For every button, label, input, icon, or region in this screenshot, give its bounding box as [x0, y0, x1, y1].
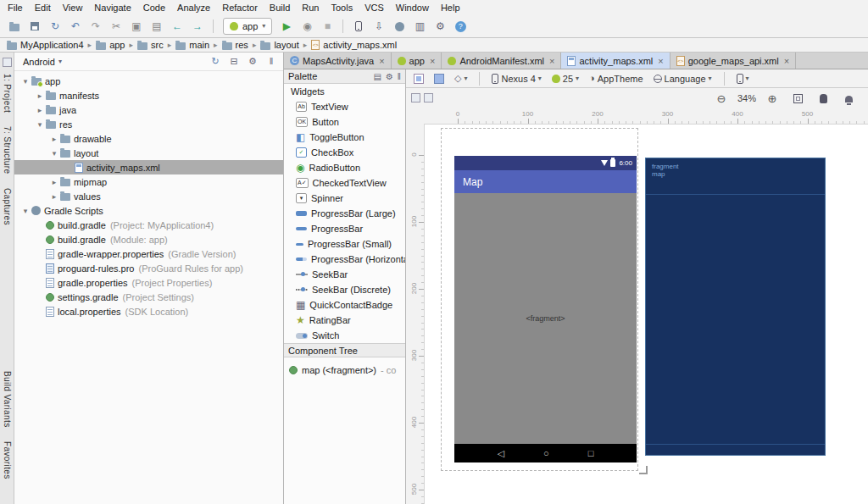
editor-tab[interactable]: MapsActivity.java× [284, 53, 392, 69]
run-config-selector[interactable]: app▾ [223, 18, 272, 35]
close-icon[interactable]: × [658, 56, 663, 66]
sdk-manager-button[interactable]: ⇩ [370, 17, 388, 36]
expand-arrow-icon[interactable]: ▾ [19, 207, 31, 215]
editor-tab[interactable]: activity_maps.xml× [561, 53, 670, 69]
menu-help[interactable]: Help [435, 1, 466, 14]
collapse-all-button[interactable]: ⊟ [227, 55, 241, 69]
palette-item[interactable]: ProgressBar (Small) [284, 236, 405, 252]
component-tree-item[interactable]: map (<fragment>)- co [284, 363, 405, 378]
palette-item[interactable]: ◧ToggleButton [284, 130, 405, 145]
hide-panel-button[interactable]: ‖ [398, 71, 401, 81]
blueprint-mode-button[interactable] [431, 72, 447, 86]
expand-arrow-icon[interactable]: ▾ [48, 149, 60, 158]
editor-tab[interactable]: app× [392, 53, 442, 69]
surface-toggle-button[interactable] [411, 93, 420, 104]
grid-view-button[interactable]: ▤ [373, 71, 381, 81]
project-view-selector[interactable]: Android ▾ [19, 55, 65, 69]
blueprint-preview[interactable]: fragment map [645, 158, 826, 456]
palette-item[interactable]: ProgressBar (Horizontal) [284, 252, 405, 267]
close-icon[interactable]: × [784, 56, 789, 66]
menu-run[interactable]: Run [296, 1, 325, 14]
tree-item[interactable]: build.gradle(Project: MyApplication4) [14, 218, 283, 232]
tree-item[interactable]: ▾layout [14, 146, 283, 160]
editor-tab[interactable]: google_maps_api.xml× [670, 53, 796, 69]
help-button[interactable] [451, 17, 470, 36]
back-arrow-button[interactable]: ← [168, 17, 186, 36]
pan-tool-button[interactable] [814, 89, 832, 108]
gradle-sync-button[interactable] [390, 17, 409, 36]
tree-item[interactable]: ▾app [14, 74, 283, 88]
tree-item[interactable]: local.properties(SDK Location) [14, 304, 283, 318]
tool-window-button[interactable]: Captures [3, 188, 12, 225]
surface-toggle-button[interactable] [424, 93, 433, 104]
palette-item[interactable]: OKButton [284, 114, 405, 130]
menu-edit[interactable]: Edit [29, 1, 57, 14]
tree-item[interactable]: ▸drawable [14, 131, 283, 146]
sync-button[interactable]: ↻ [209, 55, 222, 69]
expand-arrow-icon[interactable]: ▸ [48, 192, 60, 201]
close-icon[interactable]: × [430, 56, 435, 66]
undo-button[interactable]: ↶ [66, 17, 85, 36]
tree-item[interactable]: build.gradle(Module: app) [14, 232, 283, 246]
palette-item[interactable]: SeekBar (Discrete) [284, 282, 405, 297]
hide-panel-button[interactable]: ‖ [264, 55, 278, 69]
tool-window-button[interactable]: Favorites [3, 441, 12, 479]
resize-handle[interactable] [639, 466, 648, 474]
palette-item[interactable]: ProgressBar (Large) [284, 206, 405, 221]
tree-item[interactable]: ▸manifests [14, 88, 283, 102]
palette-item[interactable]: AbTextView [284, 99, 405, 114]
menu-view[interactable]: View [57, 1, 89, 14]
expand-arrow-icon[interactable]: ▸ [34, 106, 46, 114]
palette-item[interactable]: Switch [284, 328, 405, 343]
paste-button[interactable]: ▤ [147, 17, 166, 36]
tree-item[interactable]: ▾res [14, 117, 283, 131]
settings-button[interactable]: ⚙ [431, 17, 449, 36]
palette-item[interactable]: A✓CheckedTextView [284, 175, 405, 191]
palette-item[interactable]: ProgressBar [284, 221, 405, 236]
tree-item[interactable]: ▸values [14, 189, 283, 203]
orientation-selector-button[interactable]: ▾ [734, 72, 752, 86]
design-mode-button[interactable] [411, 72, 426, 86]
api-selector-button[interactable]: 25▾ [549, 72, 581, 86]
breadcrumb-item[interactable]: src [137, 40, 164, 50]
tree-item[interactable]: proguard-rules.pro(ProGuard Rules for ap… [14, 261, 283, 275]
zoom-fit-button[interactable] [788, 89, 807, 108]
profile-button[interactable]: ◉ [298, 17, 316, 36]
expand-arrow-icon[interactable]: ▸ [48, 178, 60, 186]
close-icon[interactable]: × [379, 56, 384, 66]
palette-item[interactable]: ✓CheckBox [284, 145, 405, 160]
settings-button[interactable]: ⚙ [246, 55, 259, 69]
avd-manager-button[interactable] [349, 17, 368, 36]
close-icon[interactable]: × [549, 56, 554, 66]
save-button[interactable] [25, 17, 44, 36]
palette-item[interactable]: ▾Spinner [284, 191, 405, 206]
run-button[interactable]: ▶ [277, 17, 296, 36]
tree-item[interactable]: gradle-wrapper.properties(Gradle Version… [14, 246, 283, 261]
menu-refactor[interactable]: Refactor [216, 1, 264, 14]
tree-item[interactable]: ▸mipmap [14, 174, 283, 189]
stop-button[interactable]: ■ [318, 17, 337, 36]
expand-arrow-icon[interactable]: ▸ [34, 91, 46, 100]
breadcrumb-item[interactable]: res [222, 40, 248, 50]
tool-window-button[interactable]: Build Variants [3, 371, 12, 428]
tool-window-button[interactable]: 1: Project [3, 74, 12, 113]
editor-tab[interactable]: AndroidManifest.xml× [442, 53, 561, 69]
orientation-button[interactable]: ◇▾ [452, 72, 470, 85]
expand-arrow-icon[interactable]: ▾ [19, 77, 31, 86]
zoom-out-button[interactable]: ⊖ [712, 89, 731, 108]
device-preview[interactable]: 6:00 Map <fragment> ◁○□ [454, 156, 637, 462]
device-selector-button[interactable]: Nexus 4▾ [489, 72, 543, 86]
palette-item[interactable]: SeekBar [284, 267, 405, 282]
tree-item[interactable]: settings.gradle(Project Settings) [14, 290, 283, 304]
breadcrumb-item[interactable]: activity_maps.xml [311, 40, 397, 50]
breadcrumb-item[interactable]: MyApplication4 [7, 40, 84, 50]
redo-button[interactable]: ↷ [86, 17, 105, 36]
language-selector-button[interactable]: Language▾ [651, 72, 715, 86]
cut-button[interactable]: ✂ [107, 17, 125, 36]
zoom-in-button[interactable]: ⊕ [763, 89, 782, 108]
palette-item[interactable]: ★RatingBar [284, 313, 405, 328]
palette-item[interactable]: ◉RadioButton [284, 160, 405, 175]
expand-arrow-icon[interactable]: ▸ [48, 135, 60, 143]
menu-vcs[interactable]: VCS [359, 1, 390, 14]
design-canvas[interactable]: 6:00 Map <fragment> ◁○□ [424, 124, 868, 504]
